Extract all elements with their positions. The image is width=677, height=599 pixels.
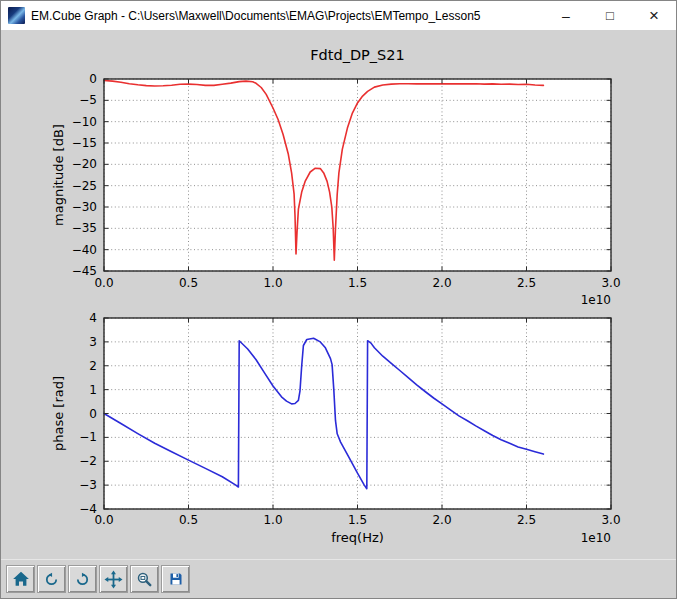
magnitude-plot: 0.00.51.01.52.02.53.00−5−10−15−20−25−30−…: [51, 47, 621, 307]
x-axis-offset-label: 1e10: [581, 293, 611, 307]
y-tick-label: −30: [72, 200, 97, 214]
app-icon: [8, 7, 25, 24]
back-button[interactable]: [37, 565, 66, 593]
x-tick-label: 2.0: [432, 276, 451, 290]
x-axis-label: freq(Hz): [331, 530, 384, 545]
y-tick-label: −1: [79, 430, 97, 444]
x-tick-label: 0.5: [179, 276, 198, 290]
maximize-button[interactable]: □: [588, 1, 632, 30]
y-axis-label: magnitude [dB]: [51, 124, 66, 226]
y-tick-label: 2: [89, 359, 97, 373]
y-tick-label: −3: [79, 478, 97, 492]
pan-button[interactable]: [99, 565, 128, 593]
x-tick-label: 1.5: [348, 276, 367, 290]
close-button[interactable]: ×: [632, 1, 676, 30]
y-tick-label: −2: [79, 454, 97, 468]
y-tick-label: −4: [79, 502, 97, 516]
y-tick-label: 0: [89, 72, 97, 86]
x-tick-label: 1.5: [348, 513, 367, 527]
y-tick-label: −15: [72, 136, 97, 150]
x-axis-offset-label: 1e10: [581, 531, 611, 545]
x-tick-label: 3.0: [601, 513, 620, 527]
y-tick-label: 3: [89, 335, 97, 349]
figure-canvas[interactable]: 0.00.51.01.52.02.53.00−5−10−15−20−25−30−…: [1, 30, 677, 561]
app-window: EM.Cube Graph - C:\Users\Maxwell\Documen…: [0, 0, 677, 599]
x-tick-label: 3.0: [601, 276, 620, 290]
forward-arrow-icon: [75, 572, 90, 587]
home-icon: [12, 570, 30, 588]
pan-move-icon: [104, 570, 123, 589]
y-tick-label: −20: [72, 157, 97, 171]
plot-title: Fdtd_DP_S21: [310, 47, 405, 63]
minimize-button[interactable]: –: [544, 1, 588, 30]
y-tick-label: −10: [72, 115, 97, 129]
y-tick-label: −25: [72, 179, 97, 193]
save-button[interactable]: [161, 565, 190, 593]
save-floppy-icon: [168, 571, 184, 587]
y-tick-label: −40: [72, 243, 97, 257]
window-title: EM.Cube Graph - C:\Users\Maxwell\Documen…: [31, 9, 481, 23]
y-axis-label: phase [rad]: [51, 376, 66, 451]
y-tick-label: −5: [79, 93, 97, 107]
zoom-button[interactable]: [130, 565, 159, 593]
x-tick-label: 0.0: [94, 513, 113, 527]
navigation-toolbar: [1, 559, 676, 598]
y-tick-label: 1: [89, 383, 97, 397]
x-tick-label: 2.5: [517, 276, 536, 290]
title-bar[interactable]: EM.Cube Graph - C:\Users\Maxwell\Documen…: [1, 1, 676, 30]
phase-plot: 0.00.51.01.52.02.53.043210−1−2−3−4freq(H…: [51, 311, 621, 545]
x-tick-label: 2.0: [432, 513, 451, 527]
x-tick-label: 1.0: [263, 513, 282, 527]
plots-svg: 0.00.51.01.52.02.53.00−5−10−15−20−25−30−…: [1, 30, 677, 561]
x-tick-label: 2.5: [517, 513, 536, 527]
x-tick-label: 0.5: [179, 513, 198, 527]
window-controls: – □ ×: [544, 1, 676, 30]
y-tick-label: 4: [89, 311, 97, 325]
back-arrow-icon: [44, 572, 59, 587]
zoom-magnifier-icon: [136, 571, 153, 588]
x-tick-label: 1.0: [263, 276, 282, 290]
forward-button[interactable]: [68, 565, 97, 593]
x-tick-label: 0.0: [94, 276, 113, 290]
y-tick-label: −35: [72, 221, 97, 235]
home-button[interactable]: [6, 565, 35, 593]
y-tick-label: −45: [72, 264, 97, 278]
y-tick-label: 0: [89, 407, 97, 421]
